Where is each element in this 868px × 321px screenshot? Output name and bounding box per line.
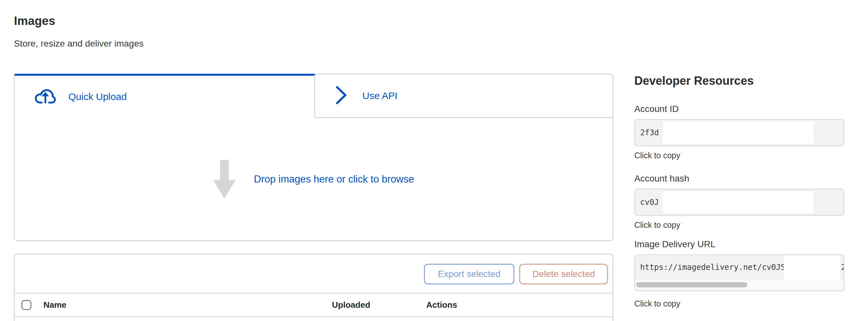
dropzone-text: Drop images here or click to browse: [254, 173, 414, 185]
horizontal-scrollbar-track: [636, 280, 843, 290]
account-hash-label: Account hash: [634, 173, 844, 184]
upload-tabs: Quick Upload Use API: [14, 74, 613, 118]
delete-selected-button[interactable]: Delete selected: [519, 264, 608, 284]
account-id-label: Account ID: [634, 104, 844, 114]
column-header-name: Name: [43, 300, 66, 310]
cloud-upload-icon: [35, 88, 56, 106]
copy-hint: Click to copy: [634, 299, 844, 308]
image-delivery-url-label: Image Delivery URL: [634, 239, 844, 250]
redaction-overlay: [662, 122, 814, 144]
clipped-character: 2: [841, 255, 844, 280]
account-id-value: 2f3d: [640, 120, 659, 146]
developer-resources-panel: Developer Resources Account ID 2f3d Clic…: [634, 0, 844, 308]
redaction-overlay: [784, 256, 840, 280]
chevron-right-icon: [336, 86, 347, 106]
redaction-overlay: [662, 191, 814, 213]
account-hash-value: cv0J: [640, 189, 659, 215]
page-subtitle: Store, resize and deliver images: [14, 38, 613, 49]
images-table-card: Export selected Delete selected Name Upl…: [14, 254, 613, 321]
tab-quick-upload-label: Quick Upload: [68, 91, 127, 102]
copy-hint: Click to copy: [634, 151, 844, 160]
tab-use-api-label: Use API: [362, 90, 397, 101]
image-delivery-url-input[interactable]: https://imagedelivery.net/cv0JSj 2: [634, 254, 844, 291]
table-header-row: Name Uploaded Actions: [14, 293, 613, 317]
account-hash-field: Account hash cv0J Click to copy: [634, 173, 844, 230]
export-selected-button[interactable]: Export selected: [424, 264, 515, 284]
horizontal-scrollbar-thumb[interactable]: [636, 282, 747, 287]
upload-card: Quick Upload Use API Drop images here or…: [14, 74, 613, 241]
account-id-input[interactable]: 2f3d: [634, 119, 844, 146]
select-all-checkbox[interactable]: [21, 300, 31, 310]
copy-hint: Click to copy: [634, 220, 844, 230]
column-header-actions: Actions: [426, 300, 457, 310]
account-hash-input[interactable]: cv0J: [634, 189, 844, 216]
down-arrow-icon: [213, 160, 236, 199]
column-header-uploaded: Uploaded: [332, 300, 370, 310]
tab-use-api[interactable]: Use API: [315, 74, 613, 118]
table-actions-row: Export selected Delete selected: [14, 254, 613, 293]
image-delivery-url-value: https://imagedelivery.net/cv0JSj: [640, 255, 790, 280]
tab-quick-upload[interactable]: Quick Upload: [14, 74, 315, 118]
dropzone[interactable]: Drop images here or click to browse: [14, 118, 613, 241]
page-title: Images: [14, 14, 613, 28]
image-delivery-url-field: Image Delivery URL https://imagedelivery…: [634, 239, 844, 308]
developer-resources-title: Developer Resources: [634, 74, 844, 88]
main-column: Images Store, resize and deliver images: [14, 0, 613, 49]
account-id-field: Account ID 2f3d Click to copy: [634, 104, 844, 160]
